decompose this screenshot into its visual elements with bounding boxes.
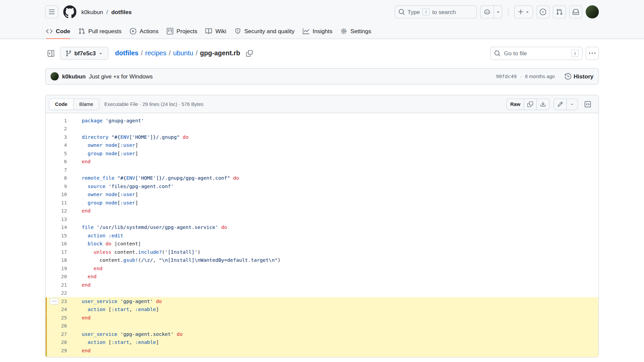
hamburger-menu-button[interactable]	[45, 5, 58, 18]
copilot-button-group	[480, 5, 502, 18]
git-pull-request-icon	[556, 8, 563, 15]
line-content: group node[:user]	[67, 149, 598, 158]
symbols-panel-button[interactable]	[582, 98, 593, 110]
create-new-button[interactable]	[514, 5, 533, 18]
line-content: end	[67, 281, 598, 289]
more-options-button[interactable]	[586, 47, 599, 60]
tab-code[interactable]: Code	[42, 23, 74, 39]
line-number[interactable]: 2	[46, 125, 67, 133]
commit-sha-link[interactable]: 90fdc49	[496, 73, 517, 79]
chevron-down-icon	[98, 51, 103, 56]
copy-file-button[interactable]	[524, 98, 537, 110]
notifications-inbox-button[interactable]	[569, 5, 582, 18]
code-line-4: 4 owner node[:user]	[46, 141, 598, 149]
tab-actions[interactable]: Actions	[126, 23, 163, 39]
line-number[interactable]: 24	[46, 305, 67, 313]
commit-author-avatar	[51, 72, 59, 80]
go-to-file-placeholder: Go to file	[504, 50, 568, 57]
global-search-input[interactable]: Type / to search	[395, 5, 477, 18]
shield-icon	[234, 28, 241, 35]
breadcrumb-separator: /	[141, 50, 143, 57]
code-line-26: 26	[46, 322, 598, 330]
history-label: History	[574, 73, 593, 80]
line-number[interactable]: 5	[46, 149, 67, 158]
code-line-28: 28 action [:start, :enable]	[46, 338, 598, 346]
line-number[interactable]: 10	[46, 190, 67, 198]
tab-projects[interactable]: Projects	[163, 23, 202, 39]
line-number[interactable]: 19	[46, 264, 67, 273]
line-number[interactable]: 20	[46, 273, 67, 281]
line-number[interactable]: 8	[46, 174, 67, 182]
line-number[interactable]: 22	[46, 289, 67, 297]
code-bottom-spacer	[46, 355, 598, 357]
latest-commit-bar: k0kubun Just give +x for Windows 90fdc49…	[45, 68, 599, 84]
branch-selector-button[interactable]: bf7e5c3	[60, 47, 109, 60]
code-line-15: 15 action :edit	[46, 232, 598, 240]
copy-icon	[246, 50, 253, 57]
tab-wiki[interactable]: Wiki	[202, 23, 230, 39]
go-to-file-input[interactable]: Go to file t	[490, 47, 582, 60]
pull-requests-button[interactable]	[553, 5, 566, 18]
line-content	[67, 215, 598, 223]
view-tab-code[interactable]: Code	[49, 99, 73, 109]
copy-path-button[interactable]	[244, 48, 254, 58]
line-number[interactable]: 18	[46, 256, 67, 264]
code-icon	[46, 28, 53, 35]
line-number[interactable]: 11	[46, 199, 67, 207]
book-icon	[206, 28, 212, 35]
path-segment-ubuntu[interactable]: ubuntu	[173, 50, 193, 57]
line-number[interactable]: 6	[46, 158, 67, 166]
issues-button[interactable]	[536, 5, 549, 18]
line-number[interactable]: 15	[46, 232, 67, 240]
copilot-button[interactable]	[481, 6, 494, 18]
line-number[interactable]: 28	[46, 338, 67, 346]
tab-security-and-quality[interactable]: Security and quality	[230, 23, 299, 39]
path-segment-recipes[interactable]: recipes	[145, 50, 166, 57]
line-number[interactable]: 12	[46, 207, 67, 215]
line-number[interactable]: 4	[46, 141, 67, 149]
tab-insights[interactable]: Insights	[299, 23, 336, 39]
line-number[interactable]: 29	[46, 346, 67, 354]
file-tree-toggle-button[interactable]	[45, 48, 57, 59]
commit-author-link[interactable]: k0kubun	[62, 73, 86, 80]
code-line-29: 29end	[46, 346, 598, 354]
raw-button[interactable]: Raw	[506, 98, 524, 110]
edit-file-button[interactable]	[554, 98, 567, 110]
github-logo[interactable]	[63, 5, 76, 18]
line-number[interactable]: 21	[46, 281, 67, 289]
tab-label: Pull requests	[88, 28, 121, 35]
branch-name: bf7e5c3	[74, 50, 96, 57]
line-number[interactable]: 27	[46, 330, 67, 338]
line-number[interactable]: 13	[46, 215, 67, 223]
tab-settings[interactable]: Settings	[336, 23, 375, 39]
chevron-down-icon	[525, 9, 530, 14]
chevron-down-icon	[495, 9, 500, 14]
line-number[interactable]: 25	[46, 314, 67, 322]
repo-owner-link[interactable]: k0kubun	[81, 8, 103, 15]
path-segment-dotfiles[interactable]: dotfiles	[115, 50, 139, 57]
copilot-menu-button[interactable]	[494, 6, 502, 18]
line-number[interactable]: 14	[46, 223, 67, 231]
tab-pull-requests[interactable]: Pull requests	[74, 23, 126, 39]
line-number[interactable]: 26	[46, 322, 67, 330]
line-number[interactable]: 3	[46, 133, 67, 141]
line-content: content.gsub!(/\z/, "\n[Install]\nWanted…	[67, 256, 598, 264]
edit-menu-button[interactable]	[567, 98, 578, 110]
code-line-21: 21end	[46, 281, 598, 289]
line-number[interactable]: 7	[46, 166, 67, 174]
line-content: user_service 'gpg-agent.socket' do	[67, 330, 598, 338]
line-content: action [:start, :enable]	[67, 305, 598, 313]
user-avatar[interactable]	[586, 5, 599, 18]
git-branch-icon	[65, 50, 72, 57]
line-number[interactable]: 1	[46, 117, 67, 125]
code-section-menu-button[interactable]	[50, 298, 59, 305]
download-button[interactable]	[536, 98, 549, 110]
line-content: end	[67, 273, 598, 281]
line-number[interactable]: 17	[46, 248, 67, 256]
repo-name-link[interactable]: dotfiles	[111, 8, 132, 15]
history-button[interactable]: History	[565, 73, 593, 80]
view-tab-blame[interactable]: Blame	[73, 99, 99, 109]
commit-message-link[interactable]: Just give +x for Windows	[89, 73, 153, 80]
line-number[interactable]: 9	[46, 182, 67, 190]
line-number[interactable]: 16	[46, 240, 67, 248]
